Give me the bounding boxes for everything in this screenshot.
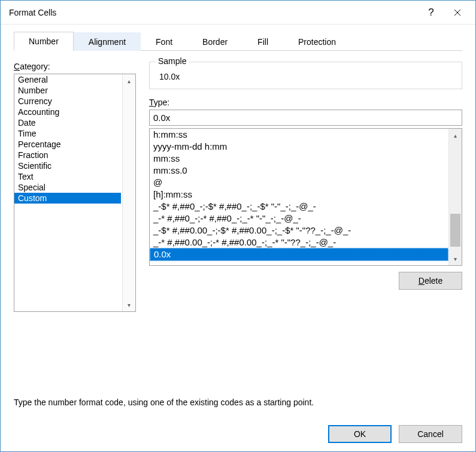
category-item[interactable]: Number	[14, 85, 121, 96]
format-item[interactable]: _-* #,##0_-;-* #,##0_-;_-* "-"_-;_-@_-	[150, 213, 448, 225]
format-item[interactable]: @	[150, 177, 448, 189]
format-item[interactable]: _-* #,##0.00_-;-* #,##0.00_-;_-* "-"??_-…	[150, 236, 448, 248]
format-item[interactable]: [h]:mm:ss	[150, 189, 448, 201]
dialog-footer: OK Cancel	[1, 415, 475, 451]
ok-button[interactable]: OK	[328, 425, 392, 443]
tab-fill[interactable]: Fill	[242, 32, 283, 51]
type-input[interactable]	[149, 110, 462, 126]
category-item[interactable]: Accounting	[14, 107, 121, 117]
hint-text: Type the number format code, using one o…	[14, 398, 462, 407]
category-item[interactable]: Scientific	[14, 160, 121, 171]
tab-alignment[interactable]: Alignment	[74, 32, 141, 51]
tabstrip: Number Alignment Font Border Fill Protec…	[14, 32, 462, 51]
format-item[interactable]: _-$* #,##0.00_-;-$* #,##0.00_-;_-$* "-"?…	[150, 225, 448, 236]
tab-font[interactable]: Font	[141, 32, 187, 51]
category-item[interactable]: Date	[14, 117, 121, 128]
tab-border[interactable]: Border	[187, 32, 242, 51]
help-button[interactable]: ?	[418, 4, 444, 22]
format-item[interactable]: h:mm:ss	[150, 129, 448, 141]
sample-value: 10.0x	[158, 68, 453, 83]
category-item[interactable]: Time	[14, 128, 121, 139]
sample-label: Sample	[156, 56, 189, 66]
scroll-up-icon[interactable]: ▴	[123, 74, 135, 87]
titlebar: Format Cells ?	[1, 1, 475, 25]
scrollbar-track[interactable]	[449, 142, 462, 252]
category-item[interactable]: Special	[14, 182, 121, 193]
format-item[interactable]: yyyy-mm-dd h:mm	[150, 141, 448, 153]
close-icon	[454, 9, 461, 16]
scrollbar-thumb[interactable]	[450, 214, 460, 247]
category-item[interactable]: Percentage	[14, 139, 121, 150]
tab-protection[interactable]: Protection	[283, 32, 351, 51]
category-item[interactable]: General	[14, 74, 121, 85]
close-button[interactable]	[444, 4, 471, 22]
cancel-button[interactable]: Cancel	[399, 425, 462, 443]
dialog-title: Format Cells	[9, 8, 418, 17]
format-cells-dialog: Format Cells ? Number Alignment Font Bor…	[0, 0, 476, 452]
sample-group: Sample 10.0x	[149, 62, 462, 89]
format-listbox[interactable]: h:mm:ss yyyy-mm-dd h:mm mm:ss mm:ss.0 @ …	[149, 128, 462, 266]
delete-button[interactable]: Delete	[399, 272, 462, 290]
tab-content-number: Category: General Number Currency Accoun…	[14, 51, 462, 407]
tab-number[interactable]: Number	[14, 32, 74, 51]
format-item[interactable]: mm:ss.0	[150, 165, 448, 177]
category-scrollbar[interactable]: ▴ ▾	[122, 74, 135, 311]
type-label: Type:	[149, 98, 462, 107]
category-item[interactable]: Text	[14, 171, 121, 182]
dialog-body: Number Alignment Font Border Fill Protec…	[1, 25, 475, 415]
format-scrollbar[interactable]: ▴ ▾	[448, 129, 462, 265]
category-item[interactable]: Custom	[14, 193, 121, 204]
category-item[interactable]: Fraction	[14, 150, 121, 160]
category-listbox[interactable]: General Number Currency Accounting Date …	[14, 74, 136, 312]
format-item[interactable]: 0.0x	[150, 248, 448, 261]
category-item[interactable]: Currency	[14, 96, 121, 107]
help-icon: ?	[428, 7, 433, 19]
scroll-down-icon[interactable]: ▾	[449, 252, 462, 265]
scroll-up-icon[interactable]: ▴	[449, 129, 462, 142]
format-item[interactable]: _-$* #,##0_-;-$* #,##0_-;_-$* "-"_-;_-@_…	[150, 201, 448, 213]
format-item[interactable]: mm:ss	[150, 153, 448, 165]
scroll-down-icon[interactable]: ▾	[123, 298, 135, 311]
category-label: Category:	[14, 62, 136, 71]
delete-button-rest: elete	[425, 276, 442, 286]
